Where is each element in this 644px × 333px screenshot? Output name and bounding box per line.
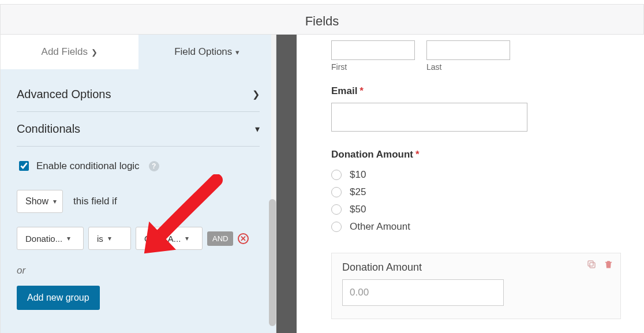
panel-scrollbar[interactable]	[269, 199, 276, 326]
donation-amount-field: Donation Amount* $10 $25 $50 Other Amoun…	[331, 149, 621, 235]
preview-gutter	[276, 35, 297, 333]
sidebar: ▲ Add Fields ❯ Field Options ▾ Advanced …	[0, 35, 276, 333]
help-icon[interactable]: ?	[149, 161, 159, 171]
email-label-text: Email	[331, 85, 357, 96]
page-title: Fields	[305, 14, 339, 29]
radio-icon	[331, 187, 342, 197]
donation-label-text: Donation Amount	[331, 149, 413, 160]
required-asterisk: *	[360, 85, 364, 96]
option-label: $25	[350, 186, 366, 198]
show-action-row: Show ▾ this field if	[17, 177, 260, 213]
or-separator: or	[17, 250, 260, 276]
chevron-down-icon: ▾	[67, 234, 70, 242]
duplicate-icon[interactable]	[586, 259, 597, 272]
main-row: ▲ Add Fields ❯ Field Options ▾ Advanced …	[0, 35, 644, 333]
close-icon: ✕	[240, 235, 246, 242]
section-conditionals[interactable]: Conditionals ▾	[17, 112, 260, 147]
option-label: $10	[350, 169, 366, 181]
amount-input[interactable]: 0.00	[342, 279, 504, 306]
tab-field-options[interactable]: Field Options ▾	[138, 35, 276, 69]
amount-placeholder: 0.00	[350, 287, 369, 298]
options-panel: Advanced Options ❯ Conditionals ▾ Enable…	[1, 69, 276, 333]
this-field-if-text: this field if	[73, 196, 117, 207]
donation-option-1[interactable]: $25	[331, 184, 621, 201]
chevron-down-icon: ▾	[53, 197, 57, 205]
first-name-label: First	[331, 62, 415, 72]
trash-icon[interactable]	[604, 259, 613, 272]
sidebar-tabs: Add Fields ❯ Field Options ▾	[1, 35, 276, 69]
rule-field-select[interactable]: Donatio... ▾	[17, 227, 84, 250]
donation-option-2[interactable]: $50	[331, 201, 621, 218]
show-hide-select[interactable]: Show ▾	[17, 190, 63, 213]
field-tools	[586, 259, 613, 272]
name-field: First Last	[331, 40, 621, 72]
donation-option-3[interactable]: Other Amount	[331, 218, 621, 235]
option-label: $50	[350, 204, 366, 215]
rule-operator-value: is	[97, 234, 103, 244]
svg-rect-1	[588, 261, 593, 266]
donation-label: Donation Amount*	[331, 149, 621, 160]
tab-add-label: Add Fields	[42, 46, 88, 58]
first-name-input[interactable]	[331, 40, 415, 60]
enable-conditional-label: Enable conditional logic	[36, 160, 140, 172]
section-advanced-options[interactable]: Advanced Options ❯	[17, 77, 260, 112]
last-name-input[interactable]	[426, 40, 510, 60]
and-button[interactable]: AND	[207, 231, 233, 246]
chevron-down-icon: ▾	[235, 48, 239, 57]
chevron-down-icon: ▾	[108, 234, 111, 242]
amount-card-label: Donation Amount	[342, 261, 610, 274]
option-label: Other Amount	[350, 221, 410, 233]
rule-field-value: Donatio...	[25, 234, 62, 244]
enable-conditional-row: Enable conditional logic ?	[17, 147, 260, 177]
email-input[interactable]	[331, 103, 527, 132]
tab-options-label: Field Options	[174, 46, 232, 58]
required-asterisk: *	[415, 149, 420, 160]
enable-conditional-checkbox[interactable]	[19, 161, 29, 171]
radio-icon	[331, 170, 342, 180]
page-header: Fields	[0, 15, 644, 35]
radio-icon	[331, 222, 342, 232]
email-label: Email*	[331, 85, 621, 97]
last-name-col: Last	[426, 40, 510, 72]
donation-option-0[interactable]: $10	[331, 166, 621, 184]
chevron-right-icon: ❯	[252, 89, 260, 100]
email-field: Email*	[331, 85, 621, 132]
chevron-right-icon: ❯	[91, 48, 98, 57]
gutter-dark	[276, 35, 297, 333]
section-advanced-label: Advanced Options	[17, 88, 111, 101]
top-border	[0, 0, 644, 5]
svg-rect-0	[590, 263, 595, 268]
sidebar-scroll-track[interactable]	[271, 35, 276, 202]
form-preview: First Last Email* Donation Amount* $10	[297, 35, 644, 333]
rule-operator-select[interactable]: is ▾	[88, 227, 131, 250]
delete-rule-button[interactable]: ✕	[238, 233, 249, 244]
chevron-down-icon: ▾	[255, 124, 260, 134]
chevron-down-icon: ▾	[185, 234, 189, 242]
radio-icon	[331, 204, 342, 215]
condition-rule-row: Donatio... ▾ is ▾ Other A... ▾ AND ✕	[17, 213, 260, 250]
show-hide-value: Show	[25, 196, 48, 207]
tab-add-fields[interactable]: Add Fields ❯	[1, 35, 138, 69]
rule-value-select[interactable]: Other A... ▾	[136, 227, 203, 250]
donation-amount-card[interactable]: Donation Amount 0.00	[331, 253, 621, 319]
last-name-label: Last	[426, 62, 510, 72]
rule-value-value: Other A...	[144, 234, 181, 244]
section-conditionals-label: Conditionals	[17, 122, 80, 136]
spacer	[522, 40, 621, 72]
first-name-col: First	[331, 40, 415, 72]
add-new-group-button[interactable]: Add new group	[17, 286, 100, 310]
